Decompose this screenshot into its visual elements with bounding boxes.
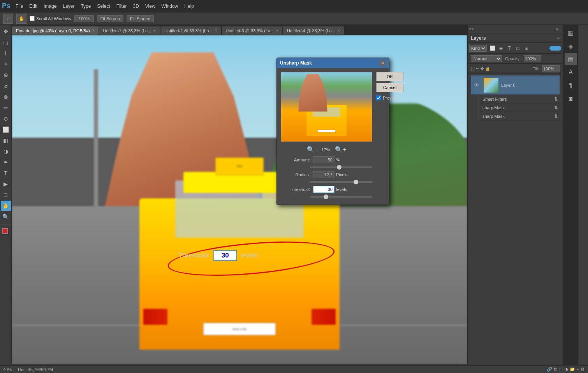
healing-tool[interactable]: ⊗ [1, 92, 11, 102]
menu-view[interactable]: View [142, 0, 158, 12]
character-panel-btn[interactable]: A [565, 66, 577, 79]
zoom-input[interactable] [74, 15, 94, 22]
foreground-background[interactable] [1, 227, 11, 237]
expand-panels-icon[interactable]: >> [469, 27, 474, 31]
zoom-in-btn[interactable]: 🔍+ [335, 146, 346, 153]
filter-smartobj-icon[interactable]: ⊞ [523, 44, 530, 52]
marquee-tool[interactable]: ⬚ [1, 37, 11, 47]
clone-tool[interactable]: ⊙ [1, 114, 11, 124]
tab-4[interactable]: Untitled-3 @ 33,3% (La... × [222, 26, 283, 35]
canvas-threshold-input[interactable] [213, 250, 237, 261]
amount-slider[interactable] [310, 166, 372, 168]
menu-edit[interactable]: Edit [26, 0, 40, 12]
layer-filter-toggle[interactable] [549, 46, 561, 51]
filter-item-2[interactable]: sharp Mask ⇅ [481, 112, 560, 121]
status-fx-icon[interactable]: fx [554, 367, 557, 372]
tab-3-close[interactable]: × [215, 28, 217, 33]
amount-input[interactable] [313, 156, 334, 163]
tab-active[interactable]: Ecuador.jpg @ 40% (Layer 0, RGB/8#) × [12, 26, 99, 35]
radius-input[interactable] [313, 171, 334, 178]
eyedropper-tool[interactable]: ⌀ [1, 81, 11, 91]
paragraph-panel-btn[interactable]: ¶ [565, 79, 577, 92]
dodge-tool[interactable]: ◑ [1, 146, 11, 156]
brush-tool[interactable]: ✏ [1, 103, 11, 113]
gradient-tool[interactable]: ◧ [1, 135, 11, 145]
fill-screen-button[interactable]: Fill Screen [127, 15, 154, 22]
layer-visibility-icon[interactable]: 👁 [474, 82, 479, 88]
filter-1-icon[interactable]: ⇅ [554, 105, 558, 110]
move-tool[interactable]: ✥ [1, 26, 11, 37]
blend-mode-select[interactable]: Normal [471, 55, 502, 62]
hand-tool-options[interactable]: ✋ [16, 14, 26, 24]
menu-select[interactable]: Select [94, 0, 113, 12]
shape-tool[interactable]: □ [1, 190, 11, 200]
menu-file[interactable]: File [12, 0, 26, 12]
scroll-all-checkbox[interactable] [30, 16, 35, 21]
channels-panel-btn[interactable]: ▤ [565, 53, 577, 65]
panel-options-btn[interactable]: ≡ [557, 35, 560, 41]
panel-menu-btn[interactable]: ≡ [553, 25, 561, 33]
fit-screen-button[interactable]: Fit Screen [97, 15, 123, 22]
lock-all-icon[interactable]: 🔒 [485, 67, 490, 71]
lock-transparent-icon[interactable]: ⬚ [471, 67, 474, 71]
threshold-input[interactable] [313, 186, 334, 193]
dialog-ok-button[interactable]: OK [376, 72, 403, 81]
properties-panel-btn[interactable]: ▦ [565, 26, 577, 39]
status-adj-icon[interactable]: ◑ [564, 367, 568, 372]
fill-input[interactable] [542, 65, 560, 72]
threshold-slider[interactable] [310, 196, 372, 198]
menu-image[interactable]: Image [40, 0, 60, 12]
preview-checkbox[interactable] [376, 95, 381, 100]
home-button[interactable]: ⌂ [3, 14, 13, 24]
threshold-slider-thumb[interactable] [324, 194, 328, 199]
smart-filters-icon[interactable]: ⇅ [554, 96, 558, 102]
lock-image-icon[interactable]: ✏ [476, 67, 479, 71]
pen-tool[interactable]: ✒ [1, 157, 11, 167]
radius-slider-thumb[interactable] [354, 180, 358, 184]
filter-pixel-icon[interactable]: ⬜ [488, 44, 496, 52]
crop-tool[interactable]: ⊕ [1, 70, 11, 80]
menu-filter[interactable]: Filter [113, 0, 130, 12]
smart-filters-header[interactable]: Smart Filters ⇅ [481, 95, 560, 103]
type-tool[interactable]: T [1, 168, 11, 178]
status-mask-icon[interactable]: ⬚ [559, 367, 563, 372]
tab-2[interactable]: Untitled-1 @ 33,3% (La... × [99, 26, 160, 35]
hand-tool[interactable]: ✋ [1, 201, 11, 211]
tab-active-close[interactable]: × [92, 28, 95, 33]
zoom-tool[interactable]: 🔍 [1, 212, 11, 222]
tab-5-close[interactable]: × [338, 28, 340, 33]
filter-2-icon[interactable]: ⇅ [554, 114, 558, 119]
status-new-icon[interactable]: + [577, 367, 579, 372]
tab-4-close[interactable]: × [276, 28, 278, 33]
menu-layer[interactable]: Layer [60, 0, 77, 12]
dialog-close-button[interactable]: × [380, 60, 386, 66]
menu-3d[interactable]: 3D [130, 0, 142, 12]
tab-5[interactable]: Untitled-4 @ 33,3% (La... × [283, 26, 344, 35]
eraser-tool[interactable]: ⬜ [1, 124, 11, 135]
adjustments-panel-btn[interactable]: ◈ [565, 40, 577, 52]
brush-preset-btn[interactable]: ◙ [565, 93, 577, 105]
filter-adj-icon[interactable]: ◈ [497, 44, 505, 52]
filter-shape-icon[interactable]: □ [514, 44, 522, 52]
menu-help[interactable]: Help [181, 0, 197, 12]
amount-slider-thumb[interactable] [337, 165, 342, 170]
status-link-icon[interactable]: 🔗 [547, 367, 552, 372]
status-group-icon[interactable]: 📁 [570, 367, 575, 372]
menu-window[interactable]: Window [158, 0, 181, 12]
opacity-input[interactable] [524, 55, 541, 62]
layer-item-0[interactable]: 👁 Layer 0 [471, 75, 560, 95]
tab-3[interactable]: Untitled-2 @ 33,3% (La... × [160, 26, 222, 35]
tab-2-close[interactable]: × [153, 28, 156, 33]
menu-type[interactable]: Type [77, 0, 94, 12]
filter-item-1[interactable]: sharp Mask ⇅ [481, 103, 560, 112]
path-select-tool[interactable]: ▶ [1, 179, 11, 189]
lock-position-icon[interactable]: ✥ [481, 67, 484, 71]
status-delete-icon[interactable]: 🗑 [581, 367, 585, 372]
dialog-cancel-button[interactable]: Cancel [376, 83, 403, 92]
radius-slider[interactable] [310, 181, 372, 183]
lasso-tool[interactable]: ⌇ [1, 48, 11, 58]
filter-kind-select[interactable]: Kind [469, 45, 487, 52]
zoom-out-btn[interactable]: 🔍- [307, 146, 317, 153]
filter-type-icon[interactable]: T [505, 44, 513, 52]
quick-select-tool[interactable]: ✧ [1, 59, 11, 69]
